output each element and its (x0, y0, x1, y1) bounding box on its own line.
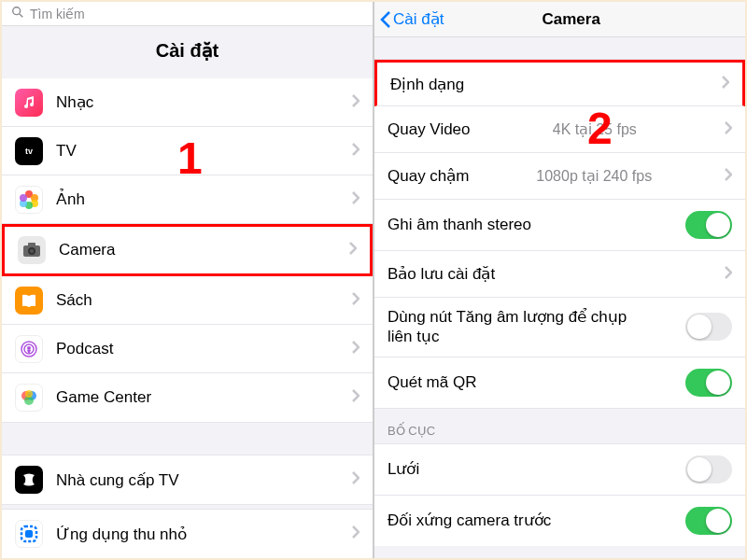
page-title: Cài đặt (2, 26, 373, 78)
camera-icon (18, 236, 46, 264)
row-record-slomo[interactable]: Quay chậm 1080p tại 240 fps (374, 153, 745, 200)
camera-list-2: Lưới Đối xứng camera trước (374, 444, 745, 546)
svg-rect-3 (28, 243, 35, 246)
chevron-right-icon (352, 525, 359, 543)
row-label: Quét mã QR (388, 373, 476, 392)
chevron-right-icon (352, 388, 359, 407)
row-stereo[interactable]: Ghi âm thanh stereo (374, 200, 745, 251)
row-record-video[interactable]: Quay Video 4K tại 25 fps (374, 106, 745, 153)
toggle-burst[interactable] (685, 313, 732, 341)
row-label: Nhà cung cấp TV (56, 470, 179, 490)
chevron-right-icon (352, 93, 359, 112)
row-label: Quay chậm (388, 166, 469, 186)
row-photos[interactable]: Ảnh (2, 175, 373, 224)
row-label: Game Center (56, 388, 151, 407)
svg-point-12 (25, 390, 33, 398)
row-widgets[interactable]: Ứng dụng thu nhỏ (2, 510, 373, 558)
svg-point-8 (27, 346, 31, 350)
svg-point-0 (13, 7, 21, 15)
chevron-right-icon (722, 75, 729, 93)
chevron-right-icon (352, 142, 359, 161)
row-label: Sách (56, 291, 92, 310)
svg-line-1 (20, 14, 22, 17)
spacer (374, 37, 745, 60)
toggle-qr[interactable] (685, 369, 732, 397)
row-qr[interactable]: Quét mã QR (374, 357, 745, 408)
toggle-mirror[interactable] (685, 507, 732, 535)
nav-title: Camera (406, 10, 736, 29)
nav-bar: Cài đặt Camera (374, 2, 745, 37)
search-icon (11, 6, 30, 21)
podcast-icon (15, 335, 43, 363)
row-label: Định dạng (390, 75, 464, 94)
svg-rect-14 (25, 530, 33, 538)
row-label: Quay Video (388, 120, 471, 139)
row-label: Đối xứng camera trước (388, 511, 551, 530)
toggle-grid[interactable] (685, 455, 732, 483)
row-label: Bảo lưu cài đặt (388, 264, 495, 284)
widgets-icon (15, 520, 43, 548)
row-label: Ghi âm thanh stereo (388, 216, 531, 234)
chevron-right-icon (352, 340, 359, 358)
settings-pane: Tìm kiếm Cài đặt Nhạc tv TV (2, 2, 373, 558)
photos-icon (15, 186, 43, 214)
books-icon (15, 287, 43, 315)
row-label: Dùng nút Tăng âm lượng để chụp liên tục (388, 307, 649, 347)
row-label: Nhạc (56, 92, 93, 112)
row-burst[interactable]: Dùng nút Tăng âm lượng để chụp liên tục (374, 298, 745, 357)
toggle-stereo[interactable] (685, 211, 732, 239)
camera-list-1: Định dạng Quay Video 4K tại 25 fps Quay … (374, 60, 745, 408)
row-formats[interactable]: Định dạng (374, 60, 745, 106)
row-books[interactable]: Sách (2, 276, 373, 325)
chevron-right-icon (725, 265, 732, 284)
row-grid[interactable]: Lưới (374, 444, 745, 496)
chevron-right-icon (725, 167, 732, 186)
chevron-right-icon (352, 291, 359, 310)
row-value: 4K tại 25 fps (553, 120, 637, 138)
tv-provider-icon (15, 466, 43, 494)
row-preserve[interactable]: Bảo lưu cài đặt (374, 251, 745, 298)
chevron-right-icon (349, 241, 357, 259)
row-camera[interactable]: Camera (2, 224, 373, 276)
music-icon (15, 89, 43, 117)
tv-icon: tv (15, 137, 43, 165)
chevron-right-icon (352, 470, 359, 489)
settings-list-group-2: Nhà cung cấp TV (2, 455, 373, 504)
row-label: Lưới (388, 459, 419, 479)
camera-settings-pane: Cài đặt Camera Định dạng Quay Video 4K t… (373, 2, 745, 558)
search-bar[interactable]: Tìm kiếm (2, 2, 373, 26)
svg-point-5 (30, 249, 34, 253)
row-label: Ứng dụng thu nhỏ (56, 525, 187, 544)
chevron-right-icon (725, 120, 732, 139)
row-label: Podcast (56, 340, 113, 358)
row-value: 1080p tại 240 fps (536, 167, 652, 185)
settings-list-group-3: Ứng dụng thu nhỏ (2, 510, 373, 558)
row-gamecenter[interactable]: Game Center (2, 373, 373, 422)
row-tv[interactable]: tv TV (2, 127, 373, 175)
gamecenter-icon (15, 384, 43, 412)
chevron-right-icon (352, 190, 359, 209)
row-music[interactable]: Nhạc (2, 78, 373, 127)
search-placeholder: Tìm kiếm (30, 7, 85, 21)
row-label: TV (56, 142, 77, 161)
row-podcast[interactable]: Podcast (2, 325, 373, 373)
section-header-layout: BỐ CỤC (374, 408, 745, 444)
group-separator (2, 422, 373, 455)
row-label: Camera (59, 241, 115, 259)
settings-list-group-1: Nhạc tv TV Ảnh (2, 78, 373, 422)
row-mirror[interactable]: Đối xứng camera trước (374, 496, 745, 546)
row-tv-provider[interactable]: Nhà cung cấp TV (2, 455, 373, 504)
row-label: Ảnh (56, 189, 85, 209)
